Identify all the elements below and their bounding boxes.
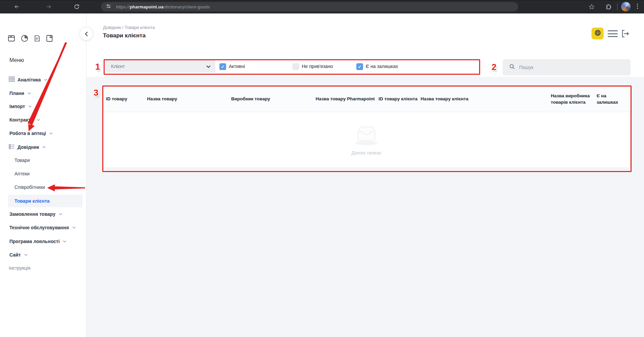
annotation-number-1: 1 [95,62,100,72]
sidebar-item-dictionary[interactable]: Довідник [9,143,46,151]
sidebar-item-pharmacy-work[interactable]: Робота в аптеці [9,130,53,137]
empty-state-text: Даних немає [351,150,382,156]
list-icon [9,144,15,150]
address-bar[interactable]: https://pharmapoint.ua/dictionary/client… [101,2,518,11]
client-dropdown-value: Клієнт [111,64,125,69]
reload-icon[interactable] [73,3,81,11]
menu-title: Меню [9,57,24,63]
col-goods-manufacturer[interactable]: Виробник товару [231,96,312,102]
chevron-down-icon [59,213,62,215]
toolbar-separator [617,3,618,10]
forward-icon[interactable] [45,3,53,11]
sidebar-item-import[interactable]: Імпорт [9,103,32,110]
screenshot-root: https://pharmapoint.ua/dictionary/client… [0,0,644,337]
chevron-down-icon [28,105,32,107]
col-client-goods-name[interactable]: Назва товару клієнта [421,96,548,102]
chevron-down-icon [28,92,31,94]
sidebar-item-maintenance[interactable]: Технічне обслуговування [9,224,76,231]
url-text: https://pharmapoint.ua/dictionary/client… [116,4,210,9]
empty-inbox-icon [357,137,376,143]
chevron-down-icon [72,227,76,229]
checkbox-in-stock[interactable]: ✓ [356,63,363,70]
sidebar-quick-icons [7,34,53,44]
checkbox-not-linked[interactable] [292,63,299,70]
checkbox-active[interactable]: ✓ [219,63,226,70]
profile-avatar[interactable] [621,2,631,11]
sidebar: Меню Аналітика Плани Імпорт Контракти Ро… [0,13,86,337]
sidebar-item-pharmacies[interactable]: Аптеки [14,170,30,177]
breadcrumb: Довідник / Товари клієнта [103,25,155,30]
browser-toolbar: https://pharmapoint.ua/dictionary/client… [0,0,644,13]
archive-box-icon[interactable] [7,34,15,44]
logout-icon[interactable] [621,29,630,38]
bookmark-star-icon[interactable] [587,3,596,11]
grid-icon [9,76,15,83]
sidebar-item-instruction[interactable]: Інструкція [9,264,31,272]
pie-chart-icon[interactable] [21,34,29,44]
checkbox-active-label: Активні [229,64,245,69]
browser-menu-icon[interactable] [637,3,638,10]
sidebar-item-loyalty-program[interactable]: Програма лояльності [9,238,66,245]
col-client-manufacturer-name[interactable]: Назва виробника товарів клієнта [551,93,593,105]
extensions-icon[interactable] [604,3,612,11]
table-header-row: ID товару Назва товару Виробник товару Н… [103,87,630,112]
globe-icon [594,29,601,38]
chevron-down-icon [63,240,66,242]
document-icon[interactable] [34,35,41,43]
col-goods-id[interactable]: ID товару [106,96,143,102]
chevron-down-icon [49,132,53,134]
client-dropdown[interactable]: Клієнт [105,60,215,73]
col-pharmapoint-name[interactable]: Назва товару Pharmapoint [316,96,378,102]
sidebar-item-analytics[interactable]: Аналітика [9,76,47,83]
chevron-down-icon [206,63,211,69]
client-goods-table: ID товару Назва товару Виробник товару Н… [103,87,630,167]
annotation-number-3: 3 [94,88,98,98]
search-icon [509,64,515,71]
sidebar-item-site[interactable]: Сайт [9,251,28,259]
sidebar-item-goods-order[interactable]: Замовлення товару [9,210,62,218]
search-input[interactable] [518,64,621,70]
checkbox-not-linked-label: Не прив'язано [302,64,333,69]
chevron-down-icon [44,79,47,81]
back-icon[interactable] [13,3,21,11]
chevron-down-icon [37,119,40,121]
book-icon[interactable] [46,34,53,44]
chevron-up-icon [42,146,46,148]
sidebar-item-employees[interactable]: Співробітники [14,183,45,191]
col-in-stock[interactable]: Є на залишках [597,93,628,105]
annotation-number-2: 2 [492,62,496,72]
sidebar-item-plans[interactable]: Плани [9,90,31,97]
sidebar-item-contracts[interactable]: Контракти [9,116,40,124]
col-goods-name[interactable]: Назва товару [147,96,228,102]
language-button[interactable] [592,28,604,39]
search-box[interactable] [503,59,631,75]
site-settings-icon[interactable] [106,3,111,10]
sidebar-collapse-button[interactable] [80,28,93,40]
sidebar-item-client-goods[interactable]: Товари клієнта [14,197,49,205]
sidebar-item-goods[interactable]: Товари [14,157,30,164]
col-client-goods-id[interactable]: ID товару клієнта [379,96,419,102]
chevron-down-icon [24,254,28,256]
hamburger-menu-icon[interactable] [608,30,618,37]
empty-state: Даних немає [351,126,382,156]
page-title: Товари клієнта [103,32,146,39]
checkbox-in-stock-label: Є на залишках [366,64,398,69]
